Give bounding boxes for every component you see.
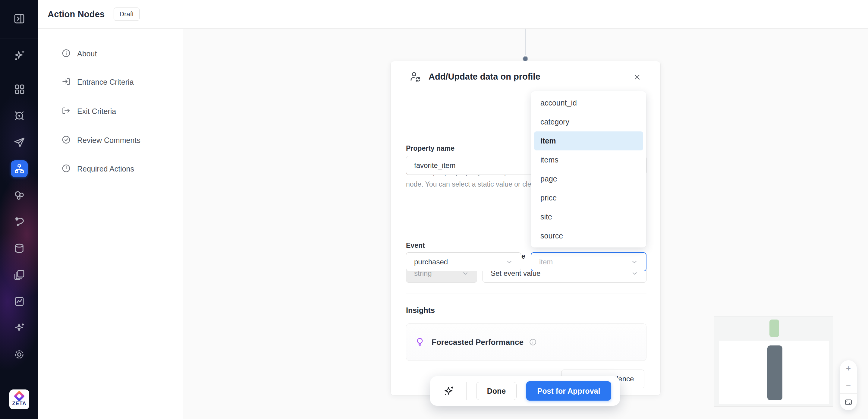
page-title: Action Nodes [48, 9, 104, 19]
rail-divider [0, 378, 38, 378]
sidebar-item-label: Review Comments [77, 136, 141, 145]
sidebar-item-label: About [77, 50, 97, 58]
floating-toolbar: Done Post for Approval [430, 376, 620, 406]
sidebar-item-exit-criteria[interactable]: Exit Criteria [38, 103, 183, 119]
event-property-dropdown: account_id category item items page pric… [531, 91, 646, 247]
zoom-in-button[interactable]: + [840, 360, 857, 377]
fit-view-button[interactable] [840, 393, 857, 410]
zoom-out-button[interactable]: − [840, 377, 857, 394]
rail-divider [0, 38, 38, 39]
chevron-down-icon [506, 258, 513, 266]
info-icon[interactable] [529, 338, 537, 346]
dropdown-option-item[interactable]: item [534, 131, 643, 150]
experience-sidebar: About Entrance Criteria Exit Criteria Re… [38, 29, 183, 419]
forecasted-performance-card[interactable]: Forecasted Performance [406, 324, 647, 361]
ai-sparkle-icon[interactable] [13, 49, 26, 62]
rail-divider [0, 73, 38, 73]
sidebar-item-review-comments[interactable]: Review Comments [38, 132, 183, 148]
done-button[interactable]: Done [476, 382, 517, 400]
exit-icon [61, 106, 71, 117]
panel-collapse-icon[interactable] [13, 12, 26, 25]
zeta-logo[interactable]: ZETA [9, 389, 29, 409]
entrance-icon [61, 77, 71, 87]
close-icon[interactable] [632, 72, 642, 82]
ai-assist-icon[interactable] [443, 385, 455, 397]
send-icon[interactable] [13, 136, 26, 149]
dropdown-option-category[interactable]: category [531, 113, 646, 131]
info-icon [61, 49, 71, 59]
lightbulb-icon [415, 337, 425, 347]
sidebar-item-entrance-criteria[interactable]: Entrance Criteria [38, 74, 183, 90]
sidebar-item-label: Exit Criteria [77, 107, 116, 116]
layers-icon[interactable] [13, 269, 26, 281]
event-select[interactable]: purchased [406, 252, 521, 271]
status-badge: Draft [114, 7, 140, 21]
dropdown-option-site[interactable]: site [531, 207, 646, 227]
app-root: Action Nodes Draft [0, 0, 868, 419]
person-sync-icon [409, 70, 421, 83]
sidebar-item-label: Entrance Criteria [77, 78, 134, 87]
forecasted-performance-title: Forecasted Performance [432, 338, 524, 347]
node-connector-line [525, 29, 526, 57]
database-icon[interactable] [13, 242, 26, 255]
zeta-diamond-icon [14, 391, 25, 402]
event-property-select[interactable]: item [531, 252, 647, 271]
dropdown-option-page[interactable]: page [531, 170, 646, 188]
segments-icon[interactable] [13, 189, 26, 202]
target-icon[interactable] [13, 110, 26, 122]
dropdown-option-account-id[interactable]: account_id [531, 93, 646, 113]
property-name-label: Property name [406, 144, 455, 152]
toolbar-divider [466, 382, 467, 400]
dropdown-option-price[interactable]: price [531, 188, 646, 207]
event-label: Event [406, 241, 425, 249]
event-property-placeholder: item [539, 258, 553, 266]
sidebar-item-label: Required Actions [77, 164, 134, 173]
insights-heading: Insights [406, 306, 435, 315]
check-circle-icon [61, 135, 71, 146]
section-divider [406, 294, 647, 294]
app-rail: ZETA [0, 0, 38, 419]
report-icon[interactable] [13, 295, 26, 308]
modal-header: Add/Update data on profile [391, 61, 660, 92]
post-for-approval-button[interactable]: Post for Approval [526, 381, 611, 400]
modal-title: Add/Update data on profile [429, 72, 540, 82]
top-header: Action Nodes Draft [38, 0, 868, 29]
path-icon[interactable] [13, 215, 26, 228]
canvas-zoom-controls: + − [840, 360, 857, 410]
minimap-node-dark [767, 346, 782, 400]
sparkle-icon[interactable] [13, 322, 26, 334]
minimap-node-green [770, 320, 779, 337]
minimap[interactable] [714, 316, 833, 407]
sidebar-item-about[interactable]: About [38, 46, 183, 61]
journey-icon[interactable] [11, 160, 28, 177]
dropdown-option-items[interactable]: items [531, 150, 646, 170]
alert-circle-icon [61, 164, 71, 174]
sidebar-item-required-actions[interactable]: Required Actions [38, 161, 183, 177]
settings-icon[interactable] [13, 348, 26, 361]
dashboard-icon[interactable] [13, 83, 26, 95]
chevron-down-icon [631, 258, 638, 266]
event-value: purchased [414, 258, 448, 266]
dropdown-option-source[interactable]: source [531, 227, 646, 245]
property-name-value: favorite_item [414, 161, 456, 170]
zeta-wordmark: ZETA [12, 400, 26, 407]
